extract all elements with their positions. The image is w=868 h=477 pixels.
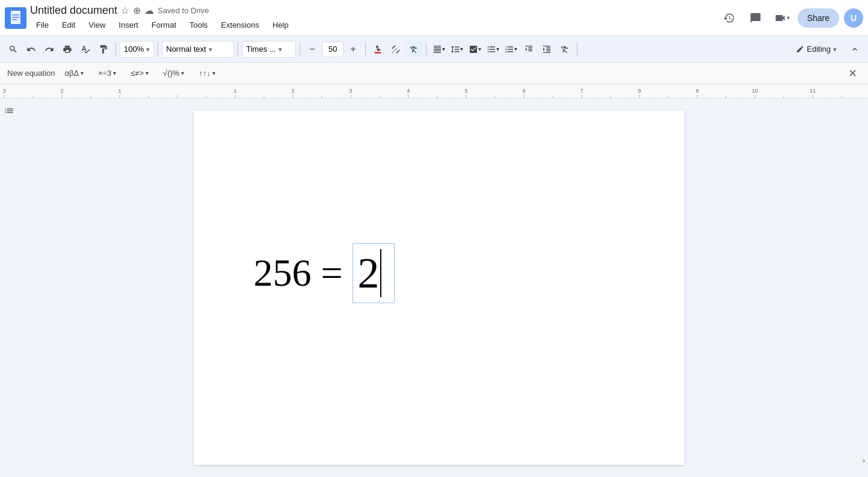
- equation-toolbar: New equation αβΔ ▾ ×÷3 ▾ ≤≠> ▾ √()% ▾ ↑↑…: [0, 63, 868, 84]
- menu-tools[interactable]: Tools: [183, 18, 214, 32]
- decrease-font-button[interactable]: −: [304, 41, 321, 58]
- title-info: Untitled document ☆ ⊕ ☁ Saved to Drive F…: [30, 4, 715, 32]
- svg-rect-3: [12, 19, 17, 20]
- zoom-value: 100%: [124, 45, 144, 54]
- ops-button[interactable]: ×÷3 ▾: [93, 67, 121, 79]
- avatar[interactable]: U: [844, 8, 863, 28]
- title-row: Untitled document ☆ ⊕ ☁ Saved to Drive: [30, 4, 715, 17]
- menu-format[interactable]: Format: [146, 18, 182, 32]
- star-icon[interactable]: ☆: [121, 5, 129, 16]
- paint-format-button[interactable]: [95, 41, 112, 58]
- font-selector[interactable]: Times ...: [242, 41, 296, 58]
- align-chevron: ▾: [442, 46, 445, 52]
- chat-icon[interactable]: [745, 7, 766, 29]
- font-label: Times ...: [246, 45, 275, 54]
- greek-button[interactable]: αβΔ ▾: [60, 67, 89, 79]
- text-color-button[interactable]: [369, 41, 386, 58]
- zoom-selector[interactable]: 100%: [120, 41, 154, 58]
- menu-extensions[interactable]: Extensions: [215, 18, 265, 32]
- align-button[interactable]: ▾: [430, 41, 447, 58]
- folder-icon[interactable]: ⊕: [133, 5, 141, 16]
- collapse-sidebar-button[interactable]: ›: [863, 457, 865, 465]
- style-selector[interactable]: Normal text: [162, 41, 234, 58]
- clear-formatting-button[interactable]: [556, 41, 573, 58]
- new-equation-label[interactable]: New equation: [7, 69, 55, 78]
- bullets-chevron: ▾: [496, 46, 499, 52]
- font-size-box: − +: [304, 41, 362, 58]
- style-label: Normal text: [166, 45, 206, 54]
- separator-3: [238, 42, 238, 57]
- text-cursor: [380, 249, 381, 297]
- redo-button[interactable]: [41, 41, 58, 58]
- arrows-chevron: ▾: [212, 70, 215, 76]
- equation-input-box[interactable]: 2: [352, 243, 395, 303]
- history-icon[interactable]: [718, 7, 740, 29]
- style-chevron: [209, 45, 212, 54]
- ruler-canvas: [0, 84, 868, 99]
- right-controls: ▾ Share U: [718, 7, 863, 29]
- separator-1: [115, 42, 116, 57]
- rel-button[interactable]: ≤≠> ▾: [126, 67, 153, 79]
- arrows-button[interactable]: ↑↑↓ ▾: [194, 67, 220, 79]
- svg-rect-2: [12, 17, 19, 18]
- separator-6: [426, 42, 426, 57]
- clear-format-button[interactable]: [405, 41, 422, 58]
- menu-insert[interactable]: Insert: [112, 18, 144, 32]
- highlight-button[interactable]: [387, 41, 404, 58]
- indent-less-button[interactable]: [520, 41, 537, 58]
- misc-chevron: ▾: [181, 70, 184, 76]
- menu-file[interactable]: File: [30, 18, 55, 32]
- ops-label: ×÷3: [98, 69, 111, 78]
- bullets-button[interactable]: ▾: [484, 41, 501, 58]
- document-page: 256 = 2: [194, 111, 685, 465]
- menu-edit[interactable]: Edit: [56, 18, 81, 32]
- equation-display: 256 = 2: [254, 243, 395, 303]
- spellcheck-button[interactable]: [77, 41, 94, 58]
- title-bar: Untitled document ☆ ⊕ ☁ Saved to Drive F…: [0, 0, 868, 36]
- svg-rect-4: [375, 52, 381, 53]
- misc-label: √()%: [163, 69, 179, 78]
- rel-chevron: ▾: [146, 70, 149, 76]
- doc-title[interactable]: Untitled document: [30, 4, 117, 17]
- line-spacing-button[interactable]: ▾: [448, 41, 465, 58]
- increase-font-button[interactable]: +: [345, 41, 362, 58]
- left-sidebar: [0, 99, 18, 477]
- menu-help[interactable]: Help: [266, 18, 295, 32]
- close-equation-toolbar-button[interactable]: ✕: [844, 65, 861, 82]
- editing-mode-chevron: [833, 45, 837, 54]
- undo-button[interactable]: [23, 41, 40, 58]
- search-button[interactable]: [5, 41, 22, 58]
- print-button[interactable]: [59, 41, 76, 58]
- editing-mode-selector[interactable]: Editing: [790, 42, 843, 56]
- rel-label: ≤≠>: [131, 69, 144, 78]
- equation-left: 256 =: [254, 251, 343, 295]
- collapse-toolbar-button[interactable]: [846, 41, 863, 58]
- equation-value: 2: [358, 251, 380, 295]
- font-size-input[interactable]: [322, 42, 343, 57]
- outline-icon[interactable]: [2, 103, 16, 118]
- greek-label: αβΔ: [65, 69, 79, 78]
- font-chevron: [279, 45, 282, 54]
- meet-icon[interactable]: ▾: [771, 7, 793, 29]
- doc-icon: [5, 7, 26, 29]
- separator-2: [158, 42, 158, 57]
- ops-chevron: ▾: [113, 70, 116, 76]
- numbering-chevron: ▾: [514, 46, 517, 52]
- menu-bar: File Edit View Insert Format Tools Exten…: [30, 18, 715, 32]
- numbering-button[interactable]: ▾: [502, 41, 519, 58]
- saved-to-drive-label: Saved to Drive: [158, 6, 209, 15]
- svg-rect-1: [12, 14, 19, 16]
- separator-7: [577, 42, 577, 57]
- linespace-chevron: ▾: [460, 46, 463, 52]
- main-area: 256 = 2 ›: [0, 99, 868, 477]
- right-sidebar-collapse: ›: [860, 99, 868, 477]
- separator-5: [365, 42, 366, 57]
- checklist-button[interactable]: ▾: [466, 41, 483, 58]
- indent-more-button[interactable]: [538, 41, 555, 58]
- menu-view[interactable]: View: [82, 18, 111, 32]
- zoom-chevron: [146, 45, 150, 54]
- misc-button[interactable]: √()% ▾: [158, 67, 189, 79]
- share-button[interactable]: Share: [798, 8, 839, 28]
- scroll-area[interactable]: 256 = 2: [18, 99, 860, 477]
- toolbar: 100% Normal text Times ... − + ▾ ▾: [0, 36, 868, 63]
